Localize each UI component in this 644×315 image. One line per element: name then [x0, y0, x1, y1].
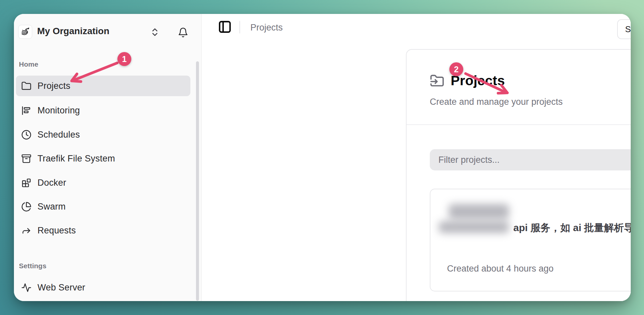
organization-name: My Organization [37, 26, 109, 36]
project-description: api 服务，如 ai 批量解析导入等 [513, 221, 631, 235]
sidebar-item-label: Schedules [37, 130, 80, 140]
server-time-widget: Server Time: 20:04:57 (UTC | UTC+00:00) [617, 19, 631, 39]
activity-icon [21, 283, 32, 293]
sidebar-item-label: Monitoring [37, 105, 80, 116]
annotation-step-1-badge: 1 [117, 52, 131, 66]
folder-input-icon [429, 74, 445, 90]
folder-icon [21, 81, 32, 91]
main-area: Projects Server Time: 20:04:57 (UTC | UT… [202, 14, 631, 301]
bar-chart-icon [21, 105, 32, 116]
blocks-icon [21, 178, 32, 188]
sidebar-item-label: Swarm [37, 202, 66, 212]
sidebar-scrollbar[interactable] [196, 61, 199, 301]
sidebar-item-label: Requests [37, 225, 76, 236]
project-card[interactable]: api 服务，如 ai 批量解析导入等 Created about 4 hour… [430, 189, 631, 291]
sidebar: My Organization Home Projects [14, 14, 202, 301]
server-time-label: Server Time: [625, 24, 631, 34]
sidebar-item-label: Docker [37, 178, 66, 188]
breadcrumb: Projects [250, 23, 283, 33]
pie-chart-icon [21, 202, 32, 212]
app-logo-whale-icon [18, 25, 32, 39]
blurred-description-prefix [439, 221, 509, 233]
sidebar-section-settings: Settings [19, 262, 46, 270]
sidebar-item-traefik-file-system[interactable]: Traefik File System [16, 148, 190, 169]
project-created-at: Created about 4 hours ago [447, 264, 553, 274]
sidebar-item-projects[interactable]: Projects [16, 76, 190, 96]
archive-icon [21, 154, 32, 164]
sidebar-item-docker[interactable]: Docker [16, 172, 190, 193]
sidebar-item-requests[interactable]: Requests [16, 220, 190, 241]
sidebar-toggle-button[interactable] [217, 19, 232, 34]
clock-icon [21, 130, 32, 140]
sidebar-item-label: Web Server [37, 283, 85, 293]
panel-left-icon [218, 20, 232, 34]
page-subtitle: Create and manage your projects [430, 97, 563, 107]
sidebar-item-label: Projects [37, 81, 70, 91]
forward-arrow-icon [21, 225, 32, 236]
projects-panel: Projects Create and manage your projects… [406, 49, 631, 301]
sidebar-item-swarm[interactable]: Swarm [16, 196, 190, 217]
app-window: My Organization Home Projects [14, 14, 631, 301]
annotation-step-2-badge: 2 [449, 62, 463, 76]
filter-projects-input[interactable] [430, 149, 631, 170]
organization-switcher[interactable]: My Organization [14, 14, 202, 50]
blurred-project-name [449, 204, 509, 219]
sidebar-item-label: Traefik File System [37, 154, 115, 164]
notifications-bell-icon[interactable] [176, 26, 190, 39]
chevrons-up-down-icon[interactable] [149, 26, 161, 38]
sidebar-item-schedules[interactable]: Schedules [16, 124, 190, 145]
breadcrumb-divider [239, 21, 240, 33]
sidebar-item-monitoring[interactable]: Monitoring [16, 100, 190, 121]
desktop-background: My Organization Home Projects [0, 0, 644, 315]
sidebar-section-home: Home [19, 60, 38, 68]
header-separator [407, 124, 631, 125]
sidebar-item-web-server[interactable]: Web Server [16, 277, 190, 298]
